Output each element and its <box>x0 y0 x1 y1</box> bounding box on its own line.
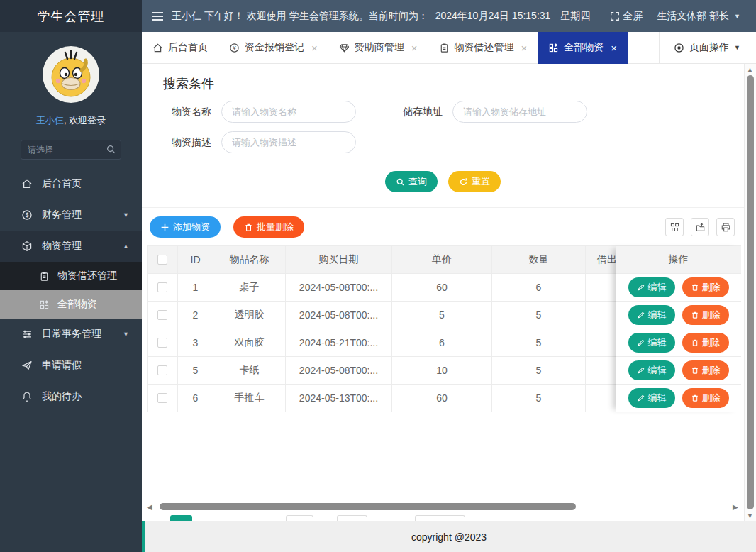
sliders-icon <box>21 329 33 340</box>
row-checkbox[interactable] <box>157 282 167 292</box>
pagination-control[interactable] <box>286 515 313 521</box>
cell-name: 双面胶 <box>213 329 286 356</box>
batch-delete-label: 批量删除 <box>257 221 294 233</box>
supplies-table: ID 物品名称 购买日期 单价 数量 借出 1 桌子 2024-05-08T00… <box>147 245 741 412</box>
sidebar-item-label: 申请请假 <box>42 359 82 372</box>
duck-avatar-image <box>43 46 99 103</box>
page-operations-dropdown[interactable]: 页面操作 ▼ <box>659 32 756 64</box>
column-header-action: 操作 <box>616 246 741 274</box>
export-button[interactable] <box>691 218 709 236</box>
reset-button[interactable]: 重置 <box>448 171 501 192</box>
cell-qty: 5 <box>492 302 586 329</box>
edit-label: 编辑 <box>648 281 667 294</box>
storage-address-label: 储存地址 <box>401 106 443 118</box>
pencil-icon <box>637 366 645 375</box>
sidebar-item-finance[interactable]: $ 财务管理 ▼ <box>0 199 142 231</box>
trash-icon <box>691 311 699 319</box>
edit-button[interactable]: 编辑 <box>628 333 675 353</box>
tab-sponsor-manage[interactable]: 赞助商管理 × <box>328 32 428 64</box>
cell-id: 1 <box>178 274 213 301</box>
weekday-text: 星期四 <box>560 10 590 23</box>
close-icon[interactable]: × <box>311 42 318 54</box>
search-icon <box>396 177 405 187</box>
close-icon[interactable]: × <box>521 42 528 54</box>
tab-fund-reimburse[interactable]: ¥ 资金报销登记 × <box>218 32 328 64</box>
record-icon <box>674 43 684 53</box>
delete-label: 删除 <box>702 309 721 321</box>
scroll-left-arrow-icon[interactable]: ◀ <box>147 503 155 511</box>
edit-label: 编辑 <box>648 336 667 349</box>
sidebar-item-daily-affairs[interactable]: 日常事务管理 ▼ <box>0 319 142 350</box>
query-button[interactable]: 查询 <box>385 171 438 192</box>
delete-button[interactable]: 删除 <box>682 388 729 408</box>
reset-button-label: 重置 <box>472 175 490 188</box>
sidebar-item-label: 日常事务管理 <box>42 328 101 341</box>
hamburger-menu-icon[interactable] <box>152 12 163 21</box>
sidebar-item-supplies[interactable]: 物资管理 ▲ <box>0 231 142 262</box>
scroll-up-arrow-icon[interactable]: ▲ <box>747 66 753 73</box>
cell-name: 卡纸 <box>213 357 286 384</box>
sidebar-item-leave-request[interactable]: 申请请假 <box>0 350 142 381</box>
chevron-down-icon: ▼ <box>734 13 740 20</box>
sidebar-item-borrow-manage[interactable]: 物资借还管理 <box>0 262 142 290</box>
vertical-scrollbar-thumb[interactable] <box>747 75 754 509</box>
tab-all-supplies[interactable]: 全部物资 × <box>538 32 628 64</box>
delete-label: 删除 <box>702 281 721 294</box>
trash-icon <box>691 338 699 347</box>
select-all-checkbox[interactable] <box>157 255 167 265</box>
sidebar-item-all-supplies[interactable]: 全部物资 <box>0 290 142 319</box>
grid-icon <box>548 43 559 53</box>
fullscreen-label: 全屏 <box>623 10 643 23</box>
edit-button[interactable]: 编辑 <box>628 360 675 380</box>
row-checkbox[interactable] <box>157 393 167 403</box>
delete-button[interactable]: 删除 <box>682 305 729 325</box>
cell-id: 6 <box>178 385 213 412</box>
print-button[interactable] <box>716 218 735 236</box>
supply-name-input[interactable] <box>221 101 356 123</box>
close-icon[interactable]: × <box>411 42 418 54</box>
batch-delete-button[interactable]: 批量删除 <box>233 216 304 238</box>
fullscreen-button[interactable]: 全屏 <box>610 10 643 23</box>
pagination-active-page[interactable] <box>170 515 192 521</box>
cell-qty: 5 <box>492 329 586 356</box>
close-icon[interactable]: × <box>611 42 617 54</box>
dollar-circle-icon: $ <box>21 209 33 221</box>
delete-button[interactable]: 删除 <box>682 333 729 353</box>
supply-desc-input[interactable] <box>221 131 356 153</box>
column-header-id: ID <box>178 246 213 273</box>
edit-button[interactable]: 编辑 <box>628 277 675 297</box>
delete-button[interactable]: 删除 <box>682 360 729 380</box>
svg-text:$: $ <box>26 211 29 219</box>
refresh-icon <box>459 177 468 187</box>
column-settings-button[interactable] <box>665 218 684 236</box>
sidebar: 学生会管理 王小仨, 欢迎登录 <box>0 0 142 552</box>
edit-button[interactable]: 编辑 <box>628 388 675 408</box>
tab-home[interactable]: 后台首页 <box>142 32 218 64</box>
pagination-control[interactable] <box>337 515 367 521</box>
tab-borrow-manage[interactable]: 物资借还管理 × <box>428 32 538 64</box>
avatar[interactable] <box>43 46 99 103</box>
app-title: 学生会管理 <box>0 0 142 32</box>
row-checkbox[interactable] <box>157 310 167 320</box>
storage-address-input[interactable] <box>452 101 587 123</box>
tab-label: 后台首页 <box>168 41 208 54</box>
row-checkbox[interactable] <box>157 338 167 348</box>
sidebar-item-home[interactable]: 后台首页 <box>0 168 142 199</box>
scroll-right-arrow-icon[interactable]: ▶ <box>733 503 741 511</box>
edit-button[interactable]: 编辑 <box>628 305 675 325</box>
add-supply-button[interactable]: 添加物资 <box>150 216 221 238</box>
cell-qty: 6 <box>492 274 586 301</box>
trash-icon <box>244 223 253 232</box>
sidebar-item-label: 物资借还管理 <box>57 270 117 282</box>
horizontal-scrollbar-thumb[interactable] <box>160 503 576 510</box>
sidebar-item-todo[interactable]: 我的待办 <box>0 381 142 412</box>
delete-button[interactable]: 删除 <box>682 277 729 297</box>
user-role-dropdown[interactable]: 生活文体部 部长 ▼ <box>657 10 740 23</box>
fullscreen-icon <box>610 11 620 21</box>
pagination-control[interactable] <box>415 515 465 521</box>
bell-icon <box>21 391 33 402</box>
edit-label: 编辑 <box>648 309 667 321</box>
sidebar-item-label: 全部物资 <box>57 298 97 311</box>
row-checkbox[interactable] <box>157 365 167 375</box>
scroll-down-arrow-icon[interactable]: ▼ <box>747 512 753 519</box>
